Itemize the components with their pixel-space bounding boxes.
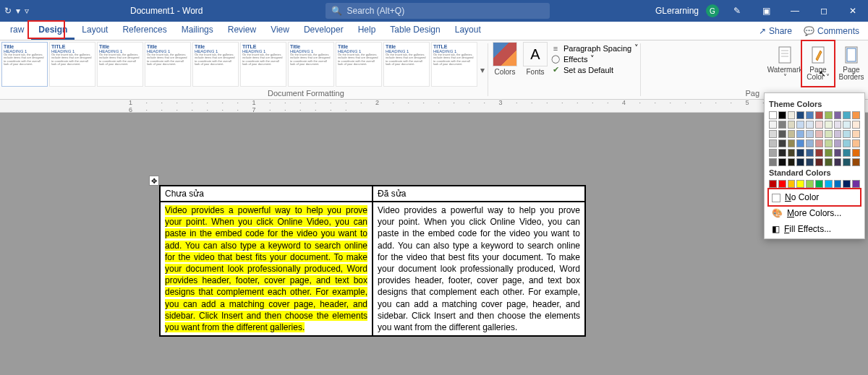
color-swatch[interactable] xyxy=(769,130,777,138)
user-name[interactable]: GLerarning xyxy=(655,6,699,16)
color-swatch[interactable] xyxy=(778,180,786,188)
style-card[interactable]: TITLEHEADING 1On the Insert tab, the gal… xyxy=(240,42,286,87)
color-swatch[interactable] xyxy=(769,111,777,119)
color-swatch[interactable] xyxy=(815,180,823,188)
color-swatch[interactable] xyxy=(834,121,842,129)
tab-view[interactable]: View xyxy=(263,22,297,40)
color-swatch[interactable] xyxy=(778,111,786,119)
style-card[interactable]: TitleHEADING 1On the Insert tab, the gal… xyxy=(336,42,382,87)
color-swatch[interactable] xyxy=(806,130,814,138)
tab-help[interactable]: Help xyxy=(351,22,383,40)
window-restore[interactable]: ◻ xyxy=(813,6,835,16)
color-swatch[interactable] xyxy=(796,139,804,147)
color-swatch[interactable] xyxy=(834,149,842,157)
color-swatch[interactable] xyxy=(796,149,804,157)
tab-mailings[interactable]: Mailings xyxy=(174,22,221,40)
style-card[interactable]: TITLEHEADING 1On the Insert tab, the gal… xyxy=(431,42,477,87)
comments-button[interactable]: 💬Comments xyxy=(798,23,865,39)
style-card[interactable]: TitleHEADING 1On the Insert tab, the gal… xyxy=(1,42,48,87)
fonts-button[interactable]: A Fonts xyxy=(520,40,550,99)
color-swatch[interactable] xyxy=(769,158,777,166)
search-box[interactable]: 🔍 xyxy=(326,3,550,19)
window-minimize[interactable]: — xyxy=(784,6,806,16)
color-swatch[interactable] xyxy=(825,180,833,188)
style-card[interactable]: TitleHEADING 1On the Insert tab, the gal… xyxy=(383,42,430,87)
color-swatch[interactable] xyxy=(815,139,823,147)
color-swatch[interactable] xyxy=(796,111,804,119)
color-swatch[interactable] xyxy=(852,130,860,138)
color-swatch[interactable] xyxy=(788,130,796,138)
color-swatch[interactable] xyxy=(788,149,796,157)
color-swatch[interactable] xyxy=(796,121,804,129)
color-swatch[interactable] xyxy=(843,149,851,157)
ribbon-display-icon[interactable]: ▣ xyxy=(755,6,777,16)
color-swatch[interactable] xyxy=(852,158,860,166)
search-input[interactable] xyxy=(346,6,544,16)
table-header-cell[interactable]: Đã sửa xyxy=(373,186,585,202)
tab-references[interactable]: References xyxy=(115,22,174,40)
color-swatch[interactable] xyxy=(852,180,860,188)
color-swatch[interactable] xyxy=(806,158,814,166)
autosave-undo-icon[interactable]: ↻ xyxy=(4,6,12,16)
color-swatch[interactable] xyxy=(815,121,823,129)
color-swatch[interactable] xyxy=(843,158,851,166)
color-swatch[interactable] xyxy=(852,149,860,157)
more-colors-item[interactable]: 🎨More Colors... xyxy=(769,205,860,221)
page-borders-button[interactable]: Page Borders xyxy=(835,40,868,87)
color-swatch[interactable] xyxy=(852,139,860,147)
table-cell-left[interactable]: Video provides a powerful way to help yo… xyxy=(160,202,373,336)
color-swatch[interactable] xyxy=(834,158,842,166)
table-cell-right[interactable]: Video provides a powerful way to help yo… xyxy=(373,202,585,336)
color-swatch[interactable] xyxy=(852,111,860,119)
effects-button[interactable]: ◯Effects ˅ xyxy=(550,54,639,64)
color-swatch[interactable] xyxy=(788,158,796,166)
color-swatch[interactable] xyxy=(843,139,851,147)
color-swatch[interactable] xyxy=(815,111,823,119)
color-swatch[interactable] xyxy=(815,158,823,166)
color-swatch[interactable] xyxy=(769,180,777,188)
color-swatch[interactable] xyxy=(788,121,796,129)
document-table[interactable]: Chưa sửa Đã sửa Video provides a powerfu… xyxy=(159,185,586,337)
qat-dropdown-icon[interactable]: ▾ xyxy=(16,6,20,16)
color-swatch[interactable] xyxy=(778,149,786,157)
share-button[interactable]: ↗Share xyxy=(753,23,798,39)
color-swatch[interactable] xyxy=(778,139,786,147)
fill-effects-item[interactable]: ◧Fill Effects... xyxy=(769,221,860,237)
colors-button[interactable]: Colors xyxy=(490,40,520,99)
color-swatch[interactable] xyxy=(769,121,777,129)
qat-overflow-icon[interactable]: ▿ xyxy=(25,6,29,16)
color-swatch[interactable] xyxy=(769,139,777,147)
tab-layout[interactable]: Layout xyxy=(448,22,488,40)
style-card[interactable]: TitleHEADING 1On the Insert tab, the gal… xyxy=(145,42,191,87)
style-card[interactable]: TitleHEADING 1On the Insert tab, the gal… xyxy=(288,42,334,87)
color-swatch[interactable] xyxy=(806,149,814,157)
color-swatch[interactable] xyxy=(815,130,823,138)
color-swatch[interactable] xyxy=(788,111,796,119)
color-swatch[interactable] xyxy=(852,121,860,129)
color-swatch[interactable] xyxy=(778,130,786,138)
color-swatch[interactable] xyxy=(778,121,786,129)
color-swatch[interactable] xyxy=(843,121,851,129)
table-move-handle[interactable]: ✥ xyxy=(149,176,159,186)
tab-table-design[interactable]: Table Design xyxy=(383,22,447,40)
tab-layout[interactable]: Layout xyxy=(75,22,115,40)
document-area[interactable]: ✥ Chưa sửa Đã sửa Video provides a power… xyxy=(0,113,868,375)
watermark-button[interactable]: Watermark˅ xyxy=(768,40,801,87)
color-swatch[interactable] xyxy=(834,130,842,138)
color-swatch[interactable] xyxy=(834,139,842,147)
color-swatch[interactable] xyxy=(843,130,851,138)
table-header-cell[interactable]: Chưa sửa xyxy=(160,186,373,202)
color-swatch[interactable] xyxy=(806,139,814,147)
color-swatch[interactable] xyxy=(796,180,804,188)
color-swatch[interactable] xyxy=(825,121,833,129)
color-swatch[interactable] xyxy=(806,180,814,188)
color-swatch[interactable] xyxy=(834,111,842,119)
no-color-item[interactable]: No Color xyxy=(769,189,860,205)
color-swatch[interactable] xyxy=(825,149,833,157)
color-swatch[interactable] xyxy=(825,158,833,166)
style-card[interactable]: TitleHEADING 1On the Insert tab, the gal… xyxy=(97,42,143,87)
color-swatch[interactable] xyxy=(778,158,786,166)
window-close[interactable]: ✕ xyxy=(842,6,864,16)
gallery-more-icon[interactable]: ▾ xyxy=(479,65,486,75)
color-swatch[interactable] xyxy=(825,111,833,119)
